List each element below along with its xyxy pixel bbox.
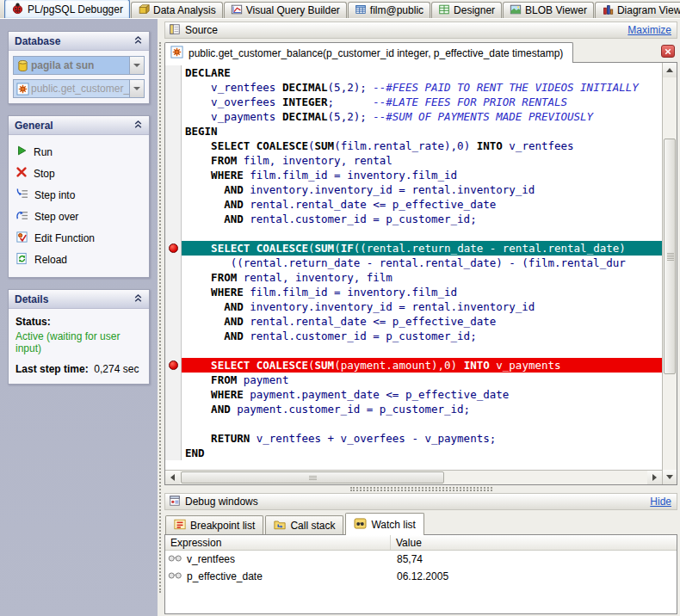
- scroll-down-button[interactable]: [663, 470, 677, 484]
- vertical-scrollbar[interactable]: [662, 63, 677, 484]
- breakpoint-gutter[interactable]: [165, 241, 182, 256]
- code-line[interactable]: v_overfees INTEGER; --#LATE FEES FOR PRI…: [165, 95, 662, 109]
- database-panel-header[interactable]: Database: [9, 32, 149, 51]
- breakpoint-gutter[interactable]: [165, 95, 182, 109]
- step-into-button[interactable]: Step into: [14, 184, 145, 206]
- code-line[interactable]: [165, 343, 662, 358]
- watch-row[interactable]: p_effective_date06.12.2005: [165, 568, 677, 585]
- code-text[interactable]: RETURN v_rentfees + v_overfees - v_payme…: [182, 431, 662, 446]
- tab-plpgsql-debugger[interactable]: PL/pgSQL Debugger: [4, 0, 130, 18]
- breakpoint-gutter[interactable]: [165, 446, 182, 460]
- debug-splitter[interactable]: [164, 485, 677, 493]
- code-line[interactable]: RETURN v_rentfees + v_overfees - v_payme…: [165, 431, 662, 446]
- general-panel-header[interactable]: General: [9, 116, 149, 135]
- breakpoint-gutter[interactable]: [165, 212, 182, 226]
- tab-call-stack[interactable]: Call stack: [265, 515, 343, 534]
- dropdown-arrow-button[interactable]: [129, 80, 144, 97]
- code-text[interactable]: AND rental.rental_date <= p_effective_da…: [182, 314, 662, 329]
- code-text[interactable]: FROM payment: [182, 373, 662, 387]
- maximize-link[interactable]: Maximize: [627, 24, 671, 36]
- code-text[interactable]: [182, 416, 662, 431]
- code-line[interactable]: v_rentfees DECIMAL(5,2); --#FEES PAID TO…: [165, 80, 662, 95]
- code-line[interactable]: FROM film, inventory, rental: [165, 153, 662, 168]
- breakpoint-gutter[interactable]: [165, 285, 182, 299]
- breakpoint-gutter[interactable]: [165, 139, 182, 153]
- scroll-left-button[interactable]: [165, 471, 180, 484]
- breakpoint-gutter[interactable]: [165, 65, 182, 80]
- breakpoint-gutter[interactable]: [165, 270, 182, 285]
- code-text[interactable]: AND inventory.inventory_id = rental.inve…: [182, 182, 662, 197]
- details-panel-header[interactable]: Details: [9, 290, 149, 309]
- code-line[interactable]: SELECT COALESCE(SUM(film.rental_rate),0)…: [165, 139, 662, 153]
- breakpoint-gutter[interactable]: [165, 402, 182, 416]
- code-lines[interactable]: DECLARE v_rentfees DECIMAL(5,2); --#FEES…: [165, 63, 662, 470]
- code-text[interactable]: SELECT COALESCE(SUM(film.rental_rate),0)…: [182, 139, 662, 153]
- scroll-up-button[interactable]: [663, 63, 677, 77]
- code-text[interactable]: v_rentfees DECIMAL(5,2); --#FEES PAID TO…: [182, 80, 662, 95]
- code-text[interactable]: WHERE film.film_id = inventory.film_id: [182, 168, 662, 182]
- highlighted-code-text[interactable]: SELECT COALESCE(SUM(payment.amount),0) I…: [182, 358, 662, 373]
- code-line[interactable]: AND rental.rental_date <= p_effective_da…: [165, 197, 662, 212]
- breakpoint-gutter[interactable]: [165, 256, 182, 270]
- breakpoint-gutter[interactable]: [165, 387, 182, 402]
- breakpoint-gutter[interactable]: [165, 416, 182, 431]
- function-tab[interactable]: public.get_customer_balance(p_customer_i…: [164, 42, 573, 63]
- breakpoint-gutter[interactable]: [165, 329, 182, 343]
- code-line[interactable]: AND payment.customer_id = p_customer_id;: [165, 402, 662, 416]
- dropdown-arrow-button[interactable]: [129, 57, 144, 74]
- breakpoint-gutter[interactable]: [165, 197, 182, 212]
- breakpoint-gutter[interactable]: [165, 431, 182, 446]
- code-line[interactable]: AND rental.customer_id = p_customer_id;: [165, 329, 662, 343]
- breakpoint-gutter[interactable]: [165, 124, 182, 139]
- scroll-right-button[interactable]: [647, 471, 662, 484]
- code-line[interactable]: DECLARE: [165, 65, 662, 80]
- tab-visual-query-builder[interactable]: Visual Query Builder: [224, 2, 347, 18]
- code-text[interactable]: AND rental.customer_id = p_customer_id;: [182, 329, 662, 343]
- code-text[interactable]: WHERE payment.payment_date <= p_effectiv…: [182, 387, 662, 402]
- breakpoint-gutter[interactable]: [165, 153, 182, 168]
- code-text[interactable]: [182, 226, 662, 241]
- code-text[interactable]: v_payments DECIMAL(5,2); --#SUM OF PAYME…: [182, 109, 662, 124]
- breakpoint-gutter[interactable]: [165, 373, 182, 387]
- tab-data-analysis[interactable]: Data Analysis: [131, 2, 223, 18]
- step-over-button[interactable]: Step over: [14, 206, 145, 227]
- code-text[interactable]: AND payment.customer_id = p_customer_id;: [182, 402, 662, 416]
- code-text[interactable]: AND rental.customer_id = p_customer_id;: [182, 212, 662, 226]
- tab-diagram-viewer[interactable]: Diagram Viewer: [595, 2, 680, 18]
- code-line[interactable]: AND rental.rental_date <= p_effective_da…: [165, 314, 662, 329]
- code-line[interactable]: FROM payment: [165, 373, 662, 387]
- code-text[interactable]: DECLARE: [182, 65, 662, 80]
- tab-designer[interactable]: Designer: [431, 2, 502, 18]
- breakpoint-icon[interactable]: [169, 360, 178, 370]
- tab-film-public[interactable]: film@public: [348, 2, 430, 18]
- sidebar-splitter[interactable]: [158, 19, 164, 616]
- highlighted-code-text[interactable]: SELECT COALESCE(SUM(IF((rental.return_da…: [182, 241, 662, 256]
- code-text[interactable]: END: [182, 446, 662, 460]
- close-source-button[interactable]: [661, 45, 675, 58]
- breakpoint-gutter[interactable]: [165, 109, 182, 124]
- hide-link[interactable]: Hide: [650, 496, 671, 508]
- code-text[interactable]: ((rental.return_date - rental.rental_dat…: [182, 256, 662, 270]
- breakpoint-gutter[interactable]: [165, 80, 182, 95]
- breakpoint-gutter[interactable]: [165, 226, 182, 241]
- code-text[interactable]: AND rental.rental_date <= p_effective_da…: [182, 197, 662, 212]
- code-line[interactable]: AND inventory.inventory_id = rental.inve…: [165, 182, 662, 197]
- database-select[interactable]: pagila at sun: [13, 56, 145, 75]
- code-line[interactable]: SELECT COALESCE(SUM(payment.amount),0) I…: [165, 358, 662, 373]
- code-line[interactable]: FROM rental, inventory, film: [165, 270, 662, 285]
- breakpoint-gutter[interactable]: [165, 299, 182, 314]
- horizontal-scroll-thumb[interactable]: [181, 471, 444, 484]
- collapse-icon[interactable]: [133, 35, 143, 47]
- breakpoint-gutter[interactable]: [165, 343, 182, 358]
- horizontal-scrollbar[interactable]: [165, 470, 662, 484]
- tab-blob-viewer[interactable]: BLOB Viewer: [503, 2, 594, 18]
- code-text[interactable]: WHERE film.film_id = inventory.film_id: [182, 285, 662, 299]
- breakpoint-gutter[interactable]: [165, 358, 182, 373]
- column-header-expression[interactable]: Expression: [165, 535, 391, 550]
- code-line[interactable]: WHERE payment.payment_date <= p_effectiv…: [165, 387, 662, 402]
- code-line[interactable]: BEGIN: [165, 124, 662, 139]
- code-line[interactable]: END: [165, 446, 662, 460]
- code-line[interactable]: v_payments DECIMAL(5,2); --#SUM OF PAYME…: [165, 109, 662, 124]
- function-select[interactable]: public.get_customer_l: [13, 79, 145, 98]
- code-line[interactable]: AND inventory.inventory_id = rental.inve…: [165, 299, 662, 314]
